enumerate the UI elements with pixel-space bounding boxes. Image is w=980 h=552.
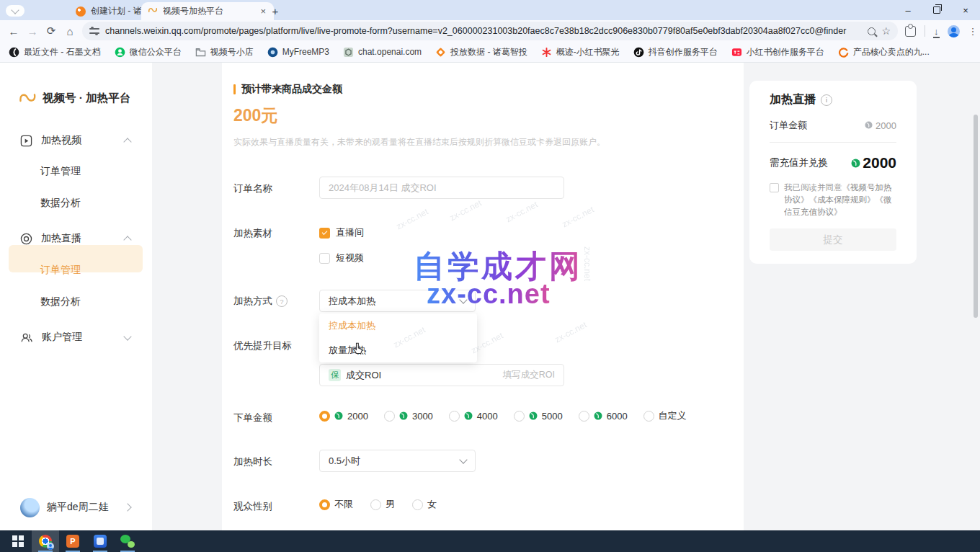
platform-logo: 视频号 · 加热平台 (19, 90, 130, 106)
bookmark-shimo[interactable]: 最近文件 - 石墨文档 (9, 46, 101, 58)
sidebar-item-video-orders[interactable]: 订单管理 (0, 159, 152, 184)
radio-icon[interactable] (384, 411, 395, 422)
dropdown-option-cost-control[interactable]: 控成本加热 (319, 313, 477, 338)
wechat-mp-icon (115, 47, 125, 58)
bookmark-juguang[interactable]: 概迹-小红书聚光 (541, 46, 620, 58)
tab-search-button[interactable] (6, 5, 24, 17)
bookmark-product-points[interactable]: 产品核心卖点的九... (838, 46, 930, 58)
info-icon[interactable]: i (821, 94, 832, 106)
browser-tab-active[interactable]: 视频号加热平台 × (141, 2, 274, 20)
mode-select[interactable]: 控成本加热 (319, 290, 476, 312)
url-bar[interactable]: channels.weixin.qq.com/promote/pages/pla… (82, 22, 898, 40)
help-icon[interactable]: ? (276, 295, 288, 307)
bean-icon (464, 411, 473, 420)
windows-logo-icon (12, 535, 24, 547)
agreement-block: 我已阅读并同意《视频号加热协议》《成本保障规则》《微信豆充值协议》 (770, 182, 896, 218)
link-cost-rules[interactable]: 《成本保障规则》 (809, 195, 876, 204)
material-label: 加热素材 (233, 227, 272, 240)
back-button[interactable]: ← (4, 25, 23, 37)
screen: 创建计划 - 诸葛智投 × 视频号加热平台 × + – × ← → ⟳ ⌂ ch… (0, 0, 980, 552)
gender-option-female[interactable]: 女 (412, 498, 437, 511)
forward-button[interactable]: → (23, 25, 42, 37)
taskbar-app-orange[interactable]: P (59, 530, 86, 552)
material-option-short-video[interactable]: 短视频 (319, 251, 364, 264)
bookmark-star-icon[interactable]: ☆ (881, 25, 891, 37)
agreement-checkbox[interactable] (770, 183, 779, 192)
radio-icon[interactable] (449, 411, 460, 422)
downloads-icon[interactable]: ↓ (934, 27, 939, 36)
budget-option-custom[interactable]: 自定义 (643, 409, 687, 422)
radio-icon[interactable] (514, 411, 525, 422)
budget-option-3000[interactable]: 3000 (384, 411, 433, 422)
chevron-down-icon (459, 455, 467, 463)
scrollbar-thumb[interactable] (974, 115, 978, 318)
radio-selected-icon[interactable] (319, 499, 330, 510)
gender-option-male[interactable]: 男 (370, 498, 395, 511)
minimize-button[interactable]: – (894, 0, 922, 20)
bookmark-myfreemp3[interactable]: MyFreeMP3 (267, 47, 329, 58)
budget-option-5000[interactable]: 5000 (514, 411, 563, 422)
sidebar-item-live-analytics[interactable]: 数据分析 (0, 289, 152, 315)
restore-button[interactable] (922, 0, 951, 20)
budget-option-4000[interactable]: 4000 (449, 411, 498, 422)
tab-close-icon[interactable]: × (259, 6, 267, 17)
radio-icon[interactable] (370, 499, 381, 510)
home-button[interactable]: ⌂ (61, 25, 79, 37)
taskbar-chrome[interactable] (32, 530, 59, 552)
taskbar-app-blue[interactable] (86, 530, 114, 552)
myfreemp3-icon (267, 47, 278, 58)
radio-icon[interactable] (412, 499, 423, 510)
sidebar-item-video-analytics[interactable]: 数据分析 (0, 190, 152, 216)
bookmark-douyin[interactable]: 抖音创作服务平台 (633, 46, 718, 58)
taskbar: P (0, 530, 980, 552)
roi-input[interactable]: 保 成交ROI 填写成交ROI (319, 364, 564, 386)
juguang-star-icon (541, 47, 552, 58)
product-swirl-icon (838, 47, 849, 58)
sidebar-item-live-orders-active[interactable]: 订单管理 (0, 257, 152, 283)
bookmark-zhuge-data[interactable]: 投放数据 - 诸葛智投 (435, 46, 527, 58)
sidebar-user[interactable]: 躺平de周二娃 (0, 493, 152, 522)
zhuge-diamond-icon (435, 47, 446, 58)
bean-icon (594, 411, 602, 420)
toolbar-right: ↓ ⋮ (905, 25, 978, 37)
site-settings-icon[interactable] (89, 27, 99, 35)
bookmark-xiaohongshu[interactable]: 小红书创作服务平台 (731, 46, 824, 58)
roi-placeholder: 填写成交ROI (503, 369, 555, 381)
menu-kebab-icon[interactable]: ⋮ (968, 26, 978, 37)
chevron-down-icon (123, 332, 131, 340)
budget-option-2000[interactable]: 2000 (319, 411, 368, 422)
tab-title: 视频号加热平台 (163, 5, 254, 17)
bookmarks-bar: 最近文件 - 石墨文档 微信公众平台 视频号小店 MyFreeMP3 chat.… (0, 42, 980, 63)
bookmark-channels-shop[interactable]: 视频号小店 (195, 46, 254, 58)
accent-bar (233, 84, 236, 94)
sidebar-group-account[interactable]: 账户管理 (0, 324, 152, 350)
duration-select[interactable]: 0.5小时 (319, 450, 476, 472)
gender-option-any[interactable]: 不限 (319, 498, 353, 511)
bookmark-openai[interactable]: chat.openai.com (343, 47, 422, 58)
start-button[interactable] (4, 530, 32, 552)
radio-icon[interactable] (579, 411, 589, 422)
openai-icon (343, 47, 354, 58)
sidebar-group-heat-video[interactable]: 加热视频 (0, 128, 152, 153)
close-button[interactable]: × (951, 0, 980, 20)
extensions-icon[interactable] (905, 26, 916, 37)
checkbox-checked-icon[interactable] (319, 228, 330, 239)
section-title: 预计带来商品成交金额 (233, 83, 342, 96)
new-tab-button[interactable]: + (268, 4, 282, 18)
taskbar-wechat[interactable] (114, 530, 141, 552)
submit-button[interactable]: 提交 (770, 228, 896, 251)
dropdown-option-volume[interactable]: 放量加热 (319, 338, 477, 362)
order-name-input[interactable]: 2024年08月14日 成交ROI (319, 177, 564, 199)
radio-icon[interactable] (643, 411, 654, 422)
checkbox-unchecked-icon[interactable] (319, 253, 330, 264)
priority-label: 优先提升目标 (233, 339, 292, 352)
budget-option-6000[interactable]: 6000 (579, 411, 628, 422)
zoom-icon[interactable] (868, 27, 876, 35)
profile-avatar[interactable] (948, 25, 960, 37)
bookmark-wechat-mp[interactable]: 微信公众平台 (115, 46, 182, 58)
mode-dropdown: 控成本加热 放量加热 (319, 313, 477, 362)
reload-button[interactable]: ⟳ (42, 25, 61, 37)
radio-selected-icon[interactable] (319, 411, 330, 422)
channels-logo-icon (148, 5, 158, 17)
material-option-live[interactable]: 直播间 (319, 226, 364, 239)
